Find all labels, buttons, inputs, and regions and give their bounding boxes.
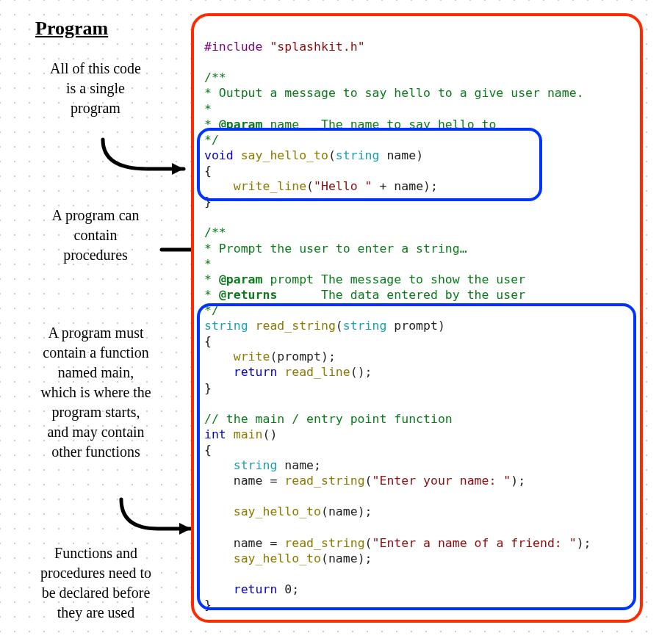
annot-procedures: A program can contain procedures bbox=[22, 206, 169, 265]
svg-marker-2 bbox=[179, 523, 191, 535]
annot-declare-before-use: Functions and procedures need to be decl… bbox=[13, 543, 179, 623]
source-code: #include "splashkit.h" /** * Output a me… bbox=[204, 23, 630, 612]
svg-marker-0 bbox=[172, 163, 184, 175]
annot-single-program: All of this code is a single program bbox=[15, 59, 176, 118]
program-code-box: #include "splashkit.h" /** * Output a me… bbox=[191, 13, 643, 623]
diagram-title: Program bbox=[35, 18, 108, 40]
arrow-single-program bbox=[96, 132, 206, 184]
annot-main-function: A program must contain a function named … bbox=[13, 323, 179, 462]
